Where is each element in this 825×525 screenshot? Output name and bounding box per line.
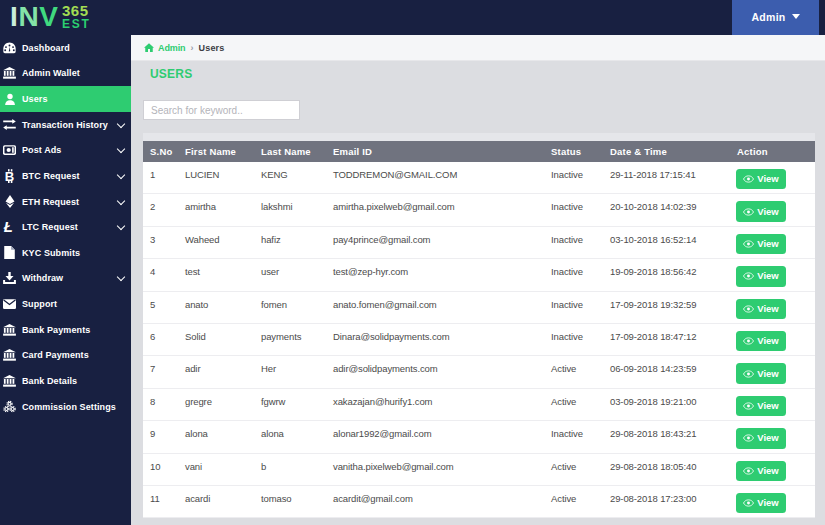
svg-text:Ł: Ł [3,220,13,234]
